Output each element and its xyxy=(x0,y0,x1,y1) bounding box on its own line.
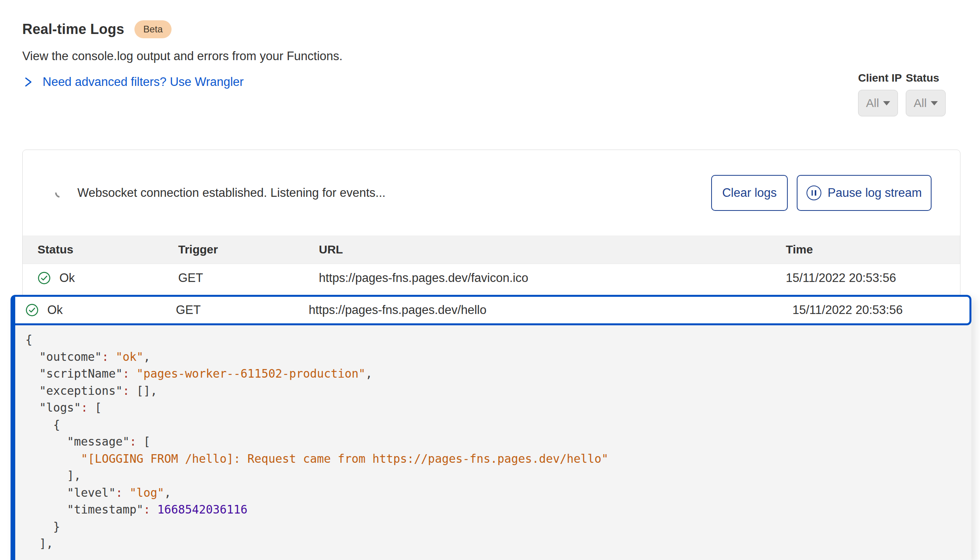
logs-toolbar: Websocket connection established. Listen… xyxy=(23,150,960,235)
table-row[interactable]: Ok GET https://pages-fns.pages.dev/favic… xyxy=(23,264,960,292)
websocket-status-message: Websocket connection established. Listen… xyxy=(77,186,386,200)
row-status-label: Ok xyxy=(59,271,75,285)
pause-icon xyxy=(807,185,821,200)
header-url: URL xyxy=(319,243,343,256)
wrangler-link[interactable]: Need advanced filters? Use Wrangler xyxy=(43,75,244,89)
success-check-icon xyxy=(25,303,39,317)
header-time: Time xyxy=(786,243,813,256)
pause-log-stream-button[interactable]: Pause log stream xyxy=(797,175,932,211)
spinner-icon xyxy=(53,186,66,200)
page-subtitle: View the console.log output and errors f… xyxy=(22,49,343,63)
row-url: https://pages-fns.pages.dev/hello xyxy=(309,303,486,317)
client-ip-dropdown[interactable]: All xyxy=(858,90,898,116)
client-ip-value: All xyxy=(866,96,879,110)
row-status: Ok xyxy=(25,303,63,317)
pause-log-stream-label: Pause log stream xyxy=(828,186,922,200)
logs-card: Websocket connection established. Listen… xyxy=(22,150,960,296)
client-ip-label: Client IP xyxy=(858,72,902,84)
header-status: Status xyxy=(38,243,73,256)
json-viewer: { "outcome": "ok", "scriptName": "pages-… xyxy=(15,325,971,560)
table-row-selected[interactable]: Ok GET https://pages-fns.pages.dev/hello… xyxy=(15,295,971,325)
table-header-row: Status Trigger URL Time xyxy=(23,235,960,264)
clear-logs-button[interactable]: Clear logs xyxy=(711,175,788,211)
caret-down-icon xyxy=(931,101,938,105)
header-trigger: Trigger xyxy=(178,243,218,256)
row-time: 15/11/2022 20:53:56 xyxy=(786,271,896,285)
expanded-log-entry: Ok GET https://pages-fns.pages.dev/hello… xyxy=(11,295,971,560)
row-time: 15/11/2022 20:53:56 xyxy=(792,303,903,317)
toolbar-buttons: Clear logs Pause log stream xyxy=(711,175,932,211)
status-filter: Status All xyxy=(906,72,946,116)
row-trigger: GET xyxy=(176,303,201,317)
row-status-label: Ok xyxy=(47,303,63,317)
status-filter-value: All xyxy=(914,96,926,110)
status-dropdown[interactable]: All xyxy=(906,90,946,116)
row-url: https://pages-fns.pages.dev/favicon.ico xyxy=(319,271,528,285)
status-filter-label: Status xyxy=(906,72,946,84)
wrangler-link-row[interactable]: Need advanced filters? Use Wrangler xyxy=(22,75,244,89)
success-check-icon xyxy=(38,271,51,285)
client-ip-filter: Client IP All xyxy=(858,72,902,116)
beta-badge: Beta xyxy=(134,20,172,38)
page-header: Real-time Logs Beta xyxy=(22,20,172,38)
row-status: Ok xyxy=(38,271,75,285)
chevron-right-icon xyxy=(22,75,34,89)
row-trigger: GET xyxy=(178,271,203,285)
page-title: Real-time Logs xyxy=(22,21,124,37)
caret-down-icon xyxy=(883,101,890,105)
